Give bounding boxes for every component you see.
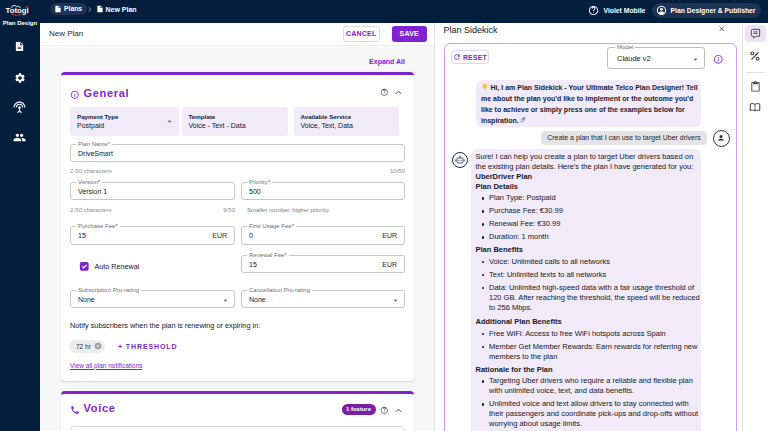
svg-text:Totogi: Totogi: [6, 6, 29, 15]
